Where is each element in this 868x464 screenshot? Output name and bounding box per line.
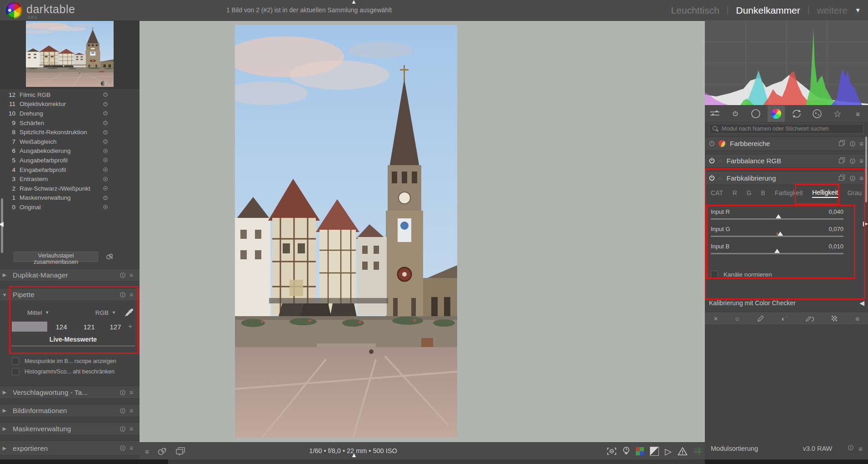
history-item[interactable]: 11 Objektivkorrektur bbox=[0, 100, 140, 109]
tab-r[interactable]: R bbox=[733, 188, 737, 197]
history-item[interactable]: 0 Original bbox=[0, 202, 140, 212]
tab-helligkeit[interactable]: Helligkeit bbox=[812, 188, 838, 198]
normalize-channels-row[interactable]: Kanäle normieren bbox=[711, 271, 772, 278]
softproof-icon[interactable] bbox=[650, 447, 659, 456]
history-item[interactable]: 5 Ausgabefarbprofil bbox=[0, 156, 140, 165]
power-icon[interactable] bbox=[99, 120, 112, 126]
presets-menu-icon[interactable]: ≡ bbox=[130, 389, 133, 396]
history-item[interactable]: 2 Raw-Schwarz-/Weißpunkt bbox=[0, 184, 140, 193]
reset-icon[interactable] bbox=[120, 389, 126, 396]
slider-input-r[interactable]: Input R 0,040 bbox=[711, 208, 843, 220]
tab-grau[interactable]: Grau bbox=[848, 188, 862, 197]
slider-value[interactable]: 0,040 bbox=[828, 208, 843, 217]
top-panel-toggle[interactable]: ▲ bbox=[351, 0, 357, 5]
power-icon[interactable] bbox=[727, 106, 744, 122]
filmstrip-toggle-icon[interactable]: ▲ bbox=[351, 451, 357, 459]
slider-track[interactable] bbox=[711, 218, 843, 220]
always-on-icon[interactable] bbox=[99, 167, 112, 172]
menu-icon[interactable]: ≡ bbox=[855, 315, 859, 323]
reset-icon[interactable] bbox=[120, 426, 126, 432]
histogram[interactable] bbox=[705, 20, 868, 105]
view-more[interactable]: weitere bbox=[817, 5, 848, 16]
always-on-icon[interactable] bbox=[99, 148, 112, 154]
pipette-space-dropdown[interactable]: RGB bbox=[95, 309, 109, 316]
chevron-down-icon[interactable]: ▼ bbox=[855, 7, 861, 14]
chevron-down-icon[interactable]: ▼ bbox=[112, 310, 116, 315]
compress-history-icon[interactable] bbox=[105, 252, 114, 261]
presets-menu-icon[interactable]: ≡ bbox=[859, 174, 863, 182]
overexposure-icon[interactable] bbox=[678, 447, 688, 456]
power-icon[interactable] bbox=[708, 157, 718, 164]
power-icon[interactable] bbox=[708, 175, 718, 182]
history-item[interactable]: 10 Drehung bbox=[0, 109, 140, 118]
checkbox-icon[interactable] bbox=[12, 358, 19, 365]
power-icon[interactable] bbox=[99, 101, 112, 107]
power-icon[interactable] bbox=[99, 139, 112, 144]
presets-menu-icon[interactable]: ≡ bbox=[130, 272, 133, 279]
reset-icon[interactable] bbox=[849, 175, 856, 182]
right-scrollbar[interactable] bbox=[865, 136, 867, 202]
thumbnail-gradient-icon[interactable] bbox=[101, 81, 106, 86]
power-icon[interactable] bbox=[99, 92, 112, 97]
menu-icon[interactable]: ≡ bbox=[145, 448, 149, 455]
history-item[interactable]: 6 Ausgabekodierung bbox=[0, 146, 140, 156]
parametric-mask-icon[interactable]: ◐∴ bbox=[782, 315, 788, 322]
main-photo[interactable] bbox=[235, 25, 457, 438]
history-item[interactable]: 12 Filmic RGB bbox=[0, 90, 140, 100]
mask-off-icon[interactable]: × bbox=[713, 315, 718, 323]
tab-b[interactable]: B bbox=[761, 188, 765, 197]
reset-icon[interactable] bbox=[849, 141, 856, 147]
navigation-thumbnail[interactable] bbox=[26, 21, 114, 87]
section-pipette[interactable]: ▼ Pipette ≡ bbox=[0, 288, 140, 301]
reset-icon[interactable] bbox=[848, 444, 854, 453]
module-order-value[interactable]: v3.0 RAW bbox=[803, 445, 833, 452]
tab-farbigkeit[interactable]: Farbigkeit bbox=[775, 188, 803, 197]
presets-menu-icon[interactable]: ≡ bbox=[859, 157, 863, 165]
compress-history-button[interactable]: Verlaufsstapel zusammenfassen bbox=[14, 252, 98, 262]
history-item[interactable]: 1 Maskenverwaltung bbox=[0, 193, 140, 203]
multi-instance-icon[interactable] bbox=[839, 174, 845, 182]
module-header-farbbereiche[interactable]: Farbbereiche ≡ bbox=[705, 136, 868, 151]
reset-icon[interactable] bbox=[849, 158, 856, 164]
raster-mask-icon[interactable] bbox=[831, 315, 838, 322]
pipette-add-icon[interactable]: + bbox=[128, 323, 132, 331]
color-group-icon[interactable] bbox=[768, 106, 785, 122]
view-lighttable[interactable]: Leuchttisch bbox=[671, 5, 719, 16]
thumbnail-expand-icon[interactable]: ▼ bbox=[108, 80, 112, 84]
module-header-farbbalance-rgb[interactable]: ○ Farbbalance RGB ≡ bbox=[705, 154, 868, 168]
reset-icon[interactable] bbox=[120, 292, 126, 298]
presets-menu-icon[interactable]: ≡ bbox=[130, 291, 133, 298]
power-icon[interactable] bbox=[708, 140, 718, 147]
presets-sliders-icon[interactable] bbox=[706, 106, 723, 122]
always-on-icon[interactable] bbox=[99, 204, 112, 210]
pipette-mode-dropdown[interactable]: Mittel bbox=[27, 309, 42, 316]
gamut-check-icon[interactable] bbox=[636, 447, 644, 455]
filmstrip-collapsed-strip[interactable] bbox=[0, 459, 868, 464]
slider-input-g[interactable]: Input G 0,070 bbox=[711, 226, 843, 237]
history-item[interactable]: 3 Entrastern bbox=[0, 174, 140, 184]
tab-g[interactable]: G bbox=[747, 188, 752, 197]
history-item[interactable]: 8 Spitzlicht-Rekonstruktion bbox=[0, 127, 140, 137]
slider-handle[interactable] bbox=[776, 214, 781, 218]
section-export[interactable]: ▶ exportieren ≡ bbox=[0, 440, 140, 456]
checkbox-icon[interactable] bbox=[12, 368, 19, 375]
presets-menu-icon[interactable]: ≡ bbox=[858, 445, 863, 453]
eyedropper-icon[interactable] bbox=[124, 308, 134, 318]
correct-group-icon[interactable] bbox=[788, 106, 805, 122]
tab-cat[interactable]: CAT bbox=[711, 188, 723, 197]
presets-menu-icon[interactable]: ≡ bbox=[130, 425, 133, 433]
module-order-label[interactable]: Modulsortierung bbox=[711, 445, 758, 452]
reset-icon[interactable] bbox=[120, 445, 126, 451]
view-darkroom[interactable]: Dunkelkammer bbox=[736, 5, 800, 16]
basic-group-icon[interactable] bbox=[747, 106, 764, 122]
reset-icon[interactable] bbox=[120, 408, 126, 414]
focus-peaking-icon[interactable] bbox=[607, 447, 617, 456]
second-window-icon[interactable] bbox=[175, 447, 186, 456]
presets-menu-icon[interactable]: ≡ bbox=[130, 444, 133, 452]
always-on-icon[interactable] bbox=[99, 186, 112, 191]
section-mask-manager[interactable]: ▶ Maskenverwaltung ≡ bbox=[0, 422, 140, 435]
checkbox-row-restrict-histogram[interactable]: Histogramm/Sco... ahl beschränken bbox=[12, 368, 115, 375]
checkbox-row-scope-points[interactable]: Messpunkte im B... rscope anzeigen bbox=[12, 358, 116, 365]
module-header-farbkalibrierung[interactable]: ○ Farbkalibrierung ≡ bbox=[705, 171, 868, 185]
menu-icon[interactable]: ≡ bbox=[849, 106, 867, 122]
